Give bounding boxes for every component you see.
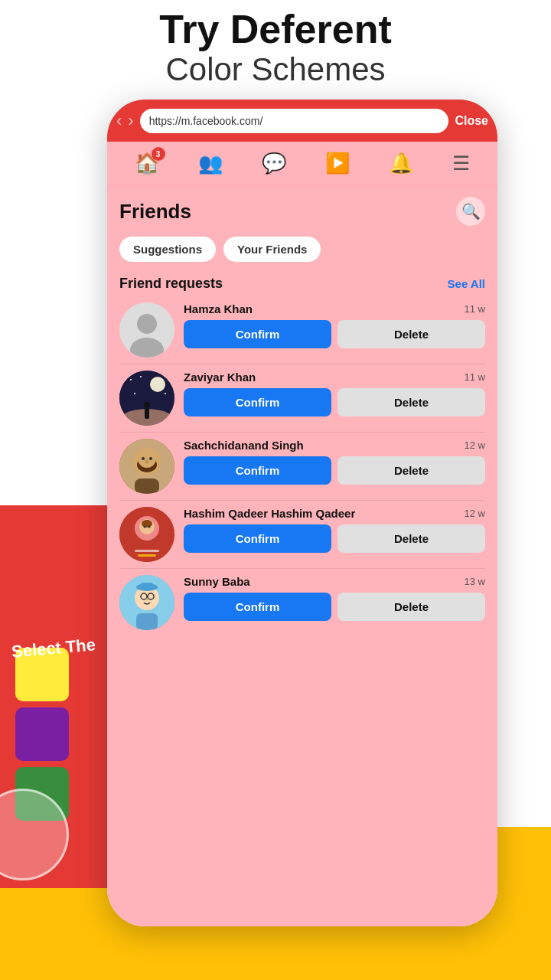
avatar <box>119 439 174 494</box>
friend-name: Hashim Qadeer Hashim Qadeer <box>184 507 355 520</box>
svg-point-23 <box>142 520 152 528</box>
friend-time: 11 w <box>465 303 485 315</box>
friend-name: Zaviyar Khan <box>184 371 256 384</box>
browser-bar: ‹ › https://m.facebook.com/ Close <box>107 100 497 142</box>
search-button[interactable]: 🔍 <box>456 197 485 226</box>
svg-rect-32 <box>141 583 153 589</box>
svg-point-25 <box>148 526 151 528</box>
avatar <box>119 575 174 630</box>
svg-rect-7 <box>145 408 149 419</box>
friend-time: 13 w <box>465 576 485 587</box>
delete-button[interactable]: Delete <box>337 456 485 485</box>
svg-point-16 <box>142 457 145 460</box>
list-item: Zaviyar Khan 11 w Confirm Delete <box>107 364 497 432</box>
friends-header: Friends 🔍 <box>107 186 497 234</box>
delete-button[interactable]: Delete <box>337 388 485 416</box>
avatar <box>119 371 174 426</box>
list-item: Hashim Qadeer Hashim Qadeer 12 w Confirm… <box>107 501 497 568</box>
svg-point-9 <box>140 376 142 377</box>
friend-time: 11 w <box>465 371 485 383</box>
svg-point-15 <box>138 449 156 468</box>
tab-suggestions[interactable]: Suggestions <box>119 237 216 262</box>
svg-point-8 <box>130 379 132 381</box>
section-header: Friend requests See All <box>107 270 497 296</box>
friend-requests-list: Hamza Khan 11 w Confirm Delete <box>107 296 497 636</box>
content-area: Friends 🔍 Suggestions Your Friends Frien… <box>107 186 497 926</box>
friend-info: Sachchidanand Singh 12 w Confirm Delete <box>184 439 485 485</box>
svg-rect-37 <box>136 613 158 630</box>
browser-url-bar[interactable]: https://m.facebook.com/ <box>140 109 449 133</box>
friend-name: Sunny Baba <box>184 575 250 588</box>
svg-rect-19 <box>135 479 159 494</box>
svg-point-4 <box>150 377 165 392</box>
friends-title: Friends <box>119 200 191 224</box>
delete-button[interactable]: Delete <box>337 593 485 621</box>
browser-back-button[interactable]: ‹ <box>116 111 122 131</box>
nav-watch-icon[interactable]: ▶️ <box>325 152 350 175</box>
list-item: Sunny Baba 13 w Confirm Delete <box>107 569 497 636</box>
color-block-purple <box>15 707 69 761</box>
nav-friends-icon[interactable]: 👥 <box>198 152 223 175</box>
svg-rect-27 <box>135 550 159 552</box>
friend-time: 12 w <box>465 439 485 451</box>
svg-rect-26 <box>132 545 162 562</box>
tab-your-friends[interactable]: Your Friends <box>223 237 321 262</box>
list-item: Sachchidanand Singh 12 w Confirm Delete <box>107 433 497 500</box>
see-all-button[interactable]: See All <box>448 277 485 290</box>
friend-actions: Confirm Delete <box>184 456 485 485</box>
tabs-row: Suggestions Your Friends <box>107 234 497 270</box>
heading-line1: Try Deferent <box>0 8 551 51</box>
delete-button[interactable]: Delete <box>337 524 485 553</box>
friend-time: 12 w <box>465 508 485 519</box>
friend-name: Sachchidanand Singh <box>184 439 304 452</box>
svg-point-1 <box>137 314 157 334</box>
svg-point-11 <box>134 393 135 394</box>
browser-close-button[interactable]: Close <box>455 114 488 128</box>
nav-menu-icon[interactable]: ☰ <box>452 152 470 175</box>
nav-home-icon[interactable]: 🏠 3 <box>135 152 159 175</box>
nav-notifications-icon[interactable]: 🔔 <box>389 152 413 175</box>
friend-info: Hamza Khan 11 w Confirm Delete <box>184 302 485 348</box>
confirm-button[interactable]: Confirm <box>184 456 331 485</box>
svg-point-36 <box>146 599 148 601</box>
avatar <box>119 302 174 358</box>
svg-point-6 <box>144 402 150 408</box>
nav-badge: 3 <box>152 147 165 161</box>
nav-messenger-icon[interactable]: 💬 <box>262 152 286 175</box>
confirm-button[interactable]: Confirm <box>184 593 331 621</box>
svg-point-18 <box>145 460 148 464</box>
confirm-button[interactable]: Confirm <box>184 524 331 553</box>
facebook-nav: 🏠 3 👥 💬 ▶️ 🔔 ☰ <box>107 142 497 186</box>
friend-actions: Confirm Delete <box>184 388 485 416</box>
phone-frame: ‹ › https://m.facebook.com/ Close 🏠 3 👥 … <box>107 100 497 926</box>
friend-info: Zaviyar Khan 11 w Confirm Delete <box>184 371 485 416</box>
friend-actions: Confirm Delete <box>184 593 485 621</box>
svg-point-17 <box>149 457 152 460</box>
svg-rect-28 <box>138 554 156 557</box>
friend-name: Hamza Khan <box>184 302 253 315</box>
delete-button[interactable]: Delete <box>337 320 485 348</box>
confirm-button[interactable]: Confirm <box>184 388 331 416</box>
heading-line2: Color Schemes <box>0 51 551 88</box>
confirm-button[interactable]: Confirm <box>184 320 331 348</box>
friend-info: Sunny Baba 13 w Confirm Delete <box>184 575 485 621</box>
friend-actions: Confirm Delete <box>184 524 485 553</box>
list-item: Hamza Khan 11 w Confirm Delete <box>107 296 497 364</box>
browser-forward-button[interactable]: › <box>128 111 133 131</box>
avatar <box>119 507 174 562</box>
page-heading: Try Deferent Color Schemes <box>0 8 551 88</box>
section-title: Friend requests <box>119 276 223 292</box>
svg-point-24 <box>144 526 146 528</box>
friend-info: Hashim Qadeer Hashim Qadeer 12 w Confirm… <box>184 507 485 553</box>
svg-point-10 <box>165 393 166 394</box>
friend-actions: Confirm Delete <box>184 320 485 348</box>
